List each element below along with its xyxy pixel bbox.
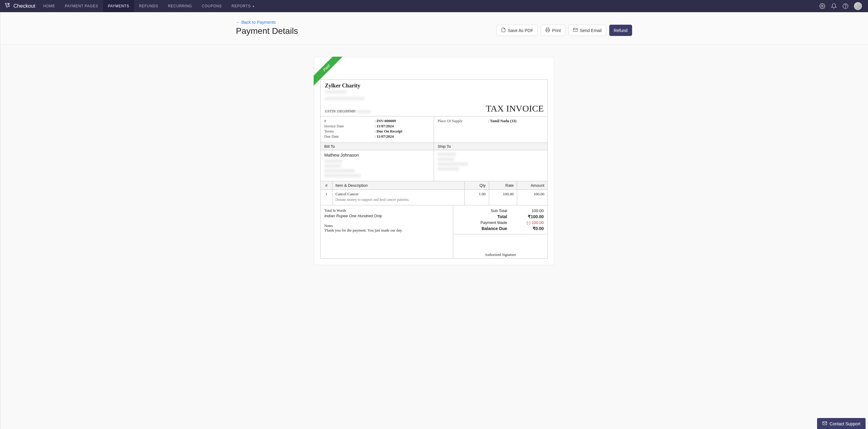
cell-qty: 1.00 [464, 190, 489, 205]
nav-reports-label: REPORTS [231, 4, 251, 8]
words-value: Indian Rupee One Hundred Only [324, 213, 449, 218]
signature-label: Authorized Signature [453, 253, 547, 257]
cell-idx: 1 [321, 190, 332, 205]
help-icon[interactable] [842, 3, 848, 9]
redacted-line: x [438, 162, 468, 166]
back-to-payments-link[interactable]: ← Back to Payments [236, 20, 276, 25]
meta-pos-value: Tamil Nadu (33) [490, 119, 517, 123]
gstin-value: 33EOJHN89 [337, 109, 355, 113]
print-icon [545, 27, 550, 33]
page-header-wrap: ← Back to Payments Payment Details Save … [0, 12, 868, 45]
save-pdf-label: Save As PDF [508, 28, 533, 33]
nav-coupons[interactable]: COUPONS [197, 0, 227, 12]
main-content: Paid Zylker Charity xxxx xxxx GSTIN 33EO… [0, 45, 868, 290]
nav-payments[interactable]: PAYMENTS [103, 0, 134, 12]
topbar-icons [819, 2, 865, 10]
nav-payments-label: PAYMENTS [108, 4, 129, 8]
meta-terms-label: Terms [324, 129, 375, 134]
nav-recurring[interactable]: RECURRING [163, 0, 197, 12]
notes-text: Thank you for the payment. You just made… [324, 228, 449, 233]
svg-point-0 [822, 5, 823, 7]
th-item: Item & Description [332, 181, 464, 190]
chevron-down-icon: ▾ [253, 5, 254, 8]
bell-icon[interactable] [831, 3, 837, 9]
table-row: 1 Cancel Cancer Donate money to support … [321, 190, 547, 205]
left-edge-shadow [0, 12, 1, 290]
total-value: ₹100.00 [516, 214, 544, 219]
bill-to-header: Bill To [321, 143, 434, 150]
gstin-label: GSTIN [325, 109, 336, 113]
meta-number-label: # [324, 119, 375, 123]
nav-payment-pages[interactable]: PAYMENT PAGES [60, 0, 103, 12]
nav-home[interactable]: HOME [38, 0, 60, 12]
meta-terms-value: Due On Receipt [377, 129, 403, 133]
page-actions: Save As PDF Print Send Email Refund [496, 25, 632, 36]
redacted-line: x [438, 167, 459, 171]
nav-refunds[interactable]: REFUNDS [134, 0, 163, 12]
avatar[interactable] [854, 2, 862, 10]
print-button[interactable]: Print [541, 25, 565, 36]
meta-invdate-label: Invoice Date [324, 124, 375, 129]
meta-pos-label: Place Of Supply [438, 119, 488, 123]
save-pdf-button[interactable]: Save As PDF [496, 25, 538, 36]
payment-made-value: (-) 100.00 [516, 220, 544, 225]
cell-item-name: Cancel Cancer [336, 192, 461, 197]
ship-to-header: Ship To [434, 143, 547, 150]
th-idx: # [321, 181, 332, 190]
redacted-line: x [324, 169, 355, 172]
mail-icon [573, 27, 578, 33]
page-title: Payment Details [236, 26, 298, 36]
meta-duedate-label: Due Date [324, 134, 375, 139]
back-label: Back to Payments [241, 20, 276, 25]
nav-recurring-label: RECURRING [168, 4, 192, 8]
nav-payment-pages-label: PAYMENT PAGES [65, 4, 98, 8]
brand-logo-icon [4, 2, 11, 10]
invoice-card: Paid Zylker Charity xxxx xxxx GSTIN 33EO… [314, 57, 554, 265]
redacted-line: x [324, 164, 341, 168]
nav-reports[interactable]: REPORTS▾ [227, 0, 259, 12]
company-name: Zylker Charity [325, 82, 482, 89]
meta-invdate-value: 11/07/2024 [377, 124, 394, 128]
brand[interactable]: Checkout [3, 2, 38, 10]
th-rate: Rate [489, 181, 517, 190]
paid-ribbon: Paid [314, 57, 348, 91]
notes-label: Notes [324, 224, 449, 228]
svg-rect-3 [547, 30, 549, 32]
redacted-line: x [438, 158, 455, 161]
nav-tabs: HOME PAYMENT PAGES PAYMENTS REFUNDS RECU… [38, 0, 259, 12]
refund-label: Refund [614, 28, 627, 33]
th-amount: Amount [517, 181, 547, 190]
bill-to-name: Mathew Johnason [324, 153, 430, 158]
arrow-left-icon: ← [236, 20, 240, 25]
paid-ribbon-label: Paid [314, 57, 346, 88]
payment-made-label: Payment Made [457, 220, 507, 225]
gear-icon[interactable] [819, 3, 825, 9]
refund-button[interactable]: Refund [609, 25, 632, 36]
redacted-line: xxxx [325, 90, 346, 94]
send-email-button[interactable]: Send Email [568, 25, 606, 36]
meta-duedate-value: 11/07/2024 [377, 134, 394, 139]
subtotal-label: Sub Total [457, 208, 507, 213]
balance-label: Balance Due [457, 226, 507, 231]
cell-item-desc: Donate money to support and heal cancer … [336, 197, 461, 202]
invoice-title: TAX INVOICE [486, 103, 544, 114]
svg-rect-4 [574, 28, 578, 32]
subtotal-value: 100.00 [516, 208, 544, 213]
nav-refunds-label: REFUNDS [139, 4, 158, 8]
redacted-line: x [324, 174, 361, 177]
items-table: # Item & Description Qty Rate Amount 1 C… [321, 181, 547, 205]
redacted-line: xx [355, 110, 371, 113]
cell-rate: 100.00 [489, 190, 517, 205]
invoice-document: Zylker Charity xxxx xxxx GSTIN 33EOJHN89… [320, 79, 548, 259]
cell-amount: 100.00 [517, 190, 547, 205]
topbar: Checkout HOME PAYMENT PAGES PAYMENTS REF… [0, 0, 868, 12]
send-email-label: Send Email [580, 28, 601, 33]
svg-point-2 [845, 7, 846, 8]
pdf-icon [501, 27, 506, 33]
print-label: Print [552, 28, 561, 33]
th-qty: Qty [464, 181, 489, 190]
brand-label: Checkout [13, 3, 35, 9]
balance-value: ₹0.00 [516, 226, 544, 231]
nav-coupons-label: COUPONS [202, 4, 222, 8]
redacted-line: x [438, 153, 456, 156]
